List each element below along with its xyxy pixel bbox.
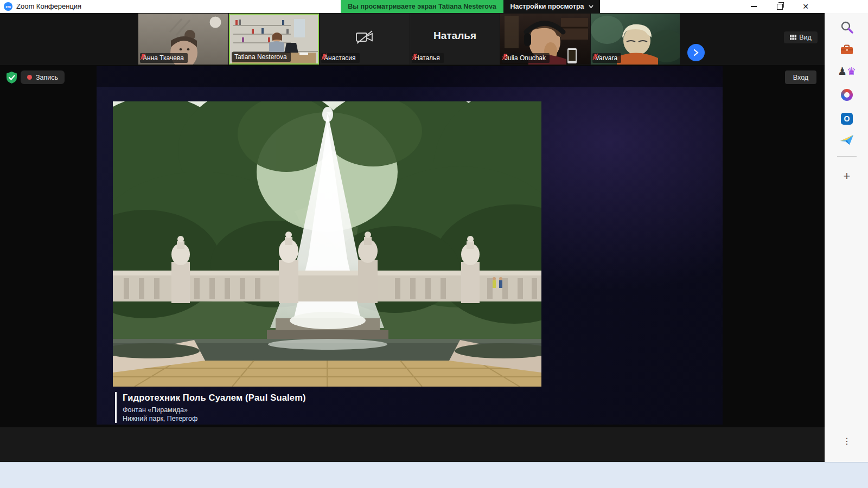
slide-caption-line1: Фонтан «Пирамида» xyxy=(123,406,188,414)
minimize-button[interactable] xyxy=(744,0,763,13)
chess-icon[interactable]: ♟♛ xyxy=(825,65,868,78)
sidebar-divider xyxy=(837,156,857,157)
browser-sidebar: ♟♛ O + ⋮ xyxy=(825,13,868,462)
enter-label: Вход xyxy=(793,74,808,81)
search-icon[interactable] xyxy=(825,21,868,36)
view-button[interactable]: Вид xyxy=(784,31,818,43)
view-settings-dropdown[interactable]: Настройки просмотра xyxy=(503,0,600,13)
enter-button[interactable]: Вход xyxy=(785,70,816,84)
add-icon[interactable]: + xyxy=(825,169,868,183)
participant-name: Анна Ткачева xyxy=(143,54,184,62)
slide-caption-line2: Нижний парк, Петергоф xyxy=(123,415,197,422)
mic-muted-icon xyxy=(321,53,327,60)
mic-muted-icon xyxy=(592,53,598,60)
meeting-toolbar: Включить звук Остановить видео 36 Участн… xyxy=(0,427,825,462)
chess-queen-glyph: ♛ xyxy=(847,66,856,77)
participant-name-tag: Tatiana Nesterova xyxy=(232,52,291,62)
participant-name: Наталья xyxy=(414,54,440,62)
participant-name: Анастасия xyxy=(324,54,356,62)
office-365-icon[interactable] xyxy=(825,89,868,101)
participant-name-tag: Анна Ткачева xyxy=(140,53,188,63)
plus-glyph: + xyxy=(844,169,851,183)
chevron-right-icon xyxy=(693,49,699,56)
mic-muted-icon xyxy=(140,53,146,60)
chess-pawn-glyph: ♟ xyxy=(838,66,847,77)
participant-tile-anna[interactable]: Анна Ткачева xyxy=(138,14,228,65)
grid-view-icon xyxy=(790,35,796,40)
participant-tile-anastasia[interactable]: Анастасия xyxy=(320,14,410,65)
participant-name-tag: Julia Onuchak xyxy=(502,53,550,63)
security-shield-icon[interactable] xyxy=(6,71,17,84)
participant-tile-julia[interactable]: Julia Onuchak xyxy=(500,14,590,65)
participant-tile-tatiana[interactable]: Tatiana Nesterova xyxy=(229,14,319,65)
caption-accent-bar xyxy=(115,392,117,423)
recording-indicator[interactable]: Запись xyxy=(21,70,65,84)
window-title: Zoom Конференция xyxy=(16,2,81,10)
view-button-label: Вид xyxy=(799,34,812,41)
view-settings-label: Настройки просмотра xyxy=(510,3,584,10)
slide-heading: Гидротехник Поль Суалем (Paul Sualem) xyxy=(123,393,306,403)
recording-label: Запись xyxy=(36,74,58,81)
window-titlebar: zm Zoom Конференция Вы просматриваете эк… xyxy=(0,0,868,13)
close-button[interactable]: ✕ xyxy=(796,0,815,13)
restore-button[interactable] xyxy=(770,0,789,13)
participant-name-tag: Анастасия xyxy=(321,53,360,63)
windows-taskbar: Поиск Я f W xyxy=(0,462,868,488)
participant-name-tag: Наталья xyxy=(412,53,444,63)
more-glyph: ⋮ xyxy=(843,436,851,446)
chevron-down-icon xyxy=(589,5,593,8)
camera-off-icon xyxy=(355,30,374,45)
outlook-icon[interactable]: O xyxy=(825,113,868,125)
toolbox-icon[interactable] xyxy=(825,44,868,57)
participant-name: Julia Onuchak xyxy=(505,54,546,62)
recording-dot-icon xyxy=(27,75,32,80)
presentation-top-strip xyxy=(97,66,723,87)
slide-photo-fountain xyxy=(113,101,541,387)
more-icon[interactable]: ⋮ xyxy=(825,436,868,446)
zoom-app-icon: zm xyxy=(4,2,12,11)
outlook-glyph: O xyxy=(844,114,850,123)
screen-share-banner: Вы просматриваете экран Tatiana Nesterov… xyxy=(341,0,503,13)
participant-name: Tatiana Nesterova xyxy=(234,53,287,61)
participant-display-name: Наталья xyxy=(410,30,500,42)
next-participants-button[interactable] xyxy=(687,44,705,61)
participant-tile-varvara[interactable]: Varvara xyxy=(591,14,680,65)
participant-tile-natalya[interactable]: Наталья Наталья xyxy=(410,14,500,65)
participant-name-tag: Varvara xyxy=(592,53,621,63)
paper-plane-icon[interactable] xyxy=(825,134,868,147)
mic-muted-icon xyxy=(412,53,418,60)
participant-name: Varvara xyxy=(595,54,617,62)
mic-muted-icon xyxy=(502,53,508,60)
participants-strip: Анна Ткачева Tatiana Neste xyxy=(0,13,825,65)
